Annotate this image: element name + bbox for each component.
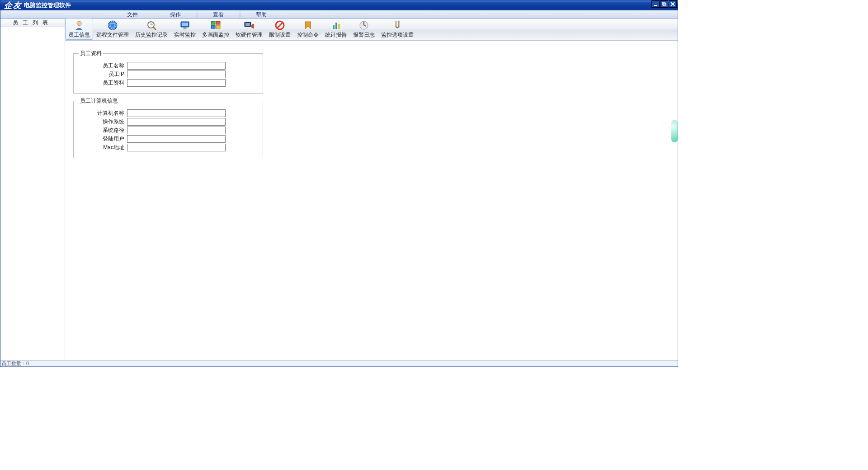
monitor-icon: [179, 19, 191, 31]
input-syspath[interactable]: [127, 127, 226, 134]
group-employee-legend: 员工资料: [79, 50, 103, 57]
label-emp-info: 员工资料: [77, 79, 127, 87]
hardware-icon: [243, 19, 255, 31]
label-os: 操作系统: [77, 118, 127, 126]
menu-file[interactable]: 文件: [118, 11, 147, 19]
alarm-icon: [358, 19, 370, 31]
svg-rect-26: [335, 23, 337, 29]
menu-help[interactable]: 帮助: [247, 11, 276, 19]
toolbar-label: 限制设置: [269, 32, 291, 38]
toolbar-settings[interactable]: 监控选项设置: [378, 18, 417, 40]
content-area: 员工资料 员工名称 员工IP 员工资料 员工计算机信息: [65, 41, 678, 360]
globe-icon: [107, 19, 118, 31]
input-os[interactable]: [127, 118, 226, 126]
history-icon: [146, 19, 157, 31]
toolbar-remote-file[interactable]: 远程文件管理: [93, 18, 132, 40]
toolbar-label: 统计报告: [325, 32, 347, 38]
toolbar-hw-sw[interactable]: 软硬件管理: [232, 18, 266, 40]
statusbar: 员工数量：0: [0, 360, 678, 367]
input-emp-info[interactable]: [127, 79, 226, 87]
menubar: 文件 | 操作 | 查看 | 帮助: [0, 10, 678, 19]
label-loginuser: 登陆用户: [77, 135, 127, 143]
svg-rect-27: [338, 24, 340, 29]
toolbar-label: 实时监控: [174, 32, 196, 38]
settings-icon: [392, 19, 403, 31]
svg-rect-25: [333, 25, 335, 29]
toolbar-label: 监控选项设置: [381, 32, 414, 38]
group-computer-legend: 员工计算机信息: [79, 97, 119, 105]
label-hostname: 计算机名称: [77, 109, 127, 117]
input-emp-ip[interactable]: [127, 70, 226, 78]
group-employee: 员工资料 员工名称 员工IP 员工资料: [73, 50, 263, 94]
toolbar-label: 报警日志: [353, 32, 375, 38]
svg-rect-20: [216, 25, 220, 28]
label-syspath: 系统路径: [77, 127, 127, 134]
toolbar-label: 员工信息: [68, 32, 90, 38]
command-icon: [302, 19, 314, 31]
toolbar-report[interactable]: 统计报告: [322, 18, 350, 40]
svg-rect-14: [182, 23, 188, 26]
app-logo: 企友 电脑监控管理软件: [3, 0, 71, 10]
toolbar-label: 远程文件管理: [96, 32, 129, 38]
multiview-icon: [210, 19, 222, 31]
input-emp-name[interactable]: [127, 62, 226, 70]
svg-rect-19: [211, 25, 215, 28]
main-column: 员工信息 远程文件管理 历史监控记录: [65, 19, 678, 360]
body: 员工列表 员工信息 远程文件管理: [0, 19, 678, 360]
input-mac[interactable]: [127, 144, 226, 151]
toolbar-multiview[interactable]: 多画面监控: [199, 18, 232, 40]
toolbar-alarm[interactable]: 报警日志: [350, 18, 378, 40]
user-icon: [73, 19, 85, 31]
toolbar-label: 软硬件管理: [236, 32, 263, 38]
scrollbar-thumb[interactable]: [671, 120, 678, 142]
svg-point-6: [108, 21, 117, 30]
toolbar-command[interactable]: 控制命令: [294, 18, 322, 40]
svg-line-10: [153, 27, 156, 30]
input-hostname[interactable]: [127, 109, 226, 117]
group-computer: 员工计算机信息 计算机名称 操作系统 系统路径 登陆用户: [73, 97, 263, 158]
sidebar: 员工列表: [0, 19, 65, 360]
svg-rect-1: [662, 2, 665, 5]
svg-rect-2: [663, 3, 666, 6]
toolbar-restrict[interactable]: 限制设置: [266, 18, 294, 40]
employee-list[interactable]: [0, 27, 65, 360]
svg-rect-15: [184, 28, 186, 28]
close-button[interactable]: [669, 0, 677, 8]
toolbar-history[interactable]: 历史监控记录: [132, 18, 171, 40]
svg-rect-22: [245, 23, 250, 26]
svg-point-5: [77, 21, 81, 26]
sidebar-header: 员工列表: [0, 19, 65, 27]
status-text: 员工数量：0: [1, 361, 29, 367]
app-subtitle: 电脑监控管理软件: [24, 1, 71, 9]
report-icon: [330, 19, 342, 31]
toolbar: 员工信息 远程文件管理 历史监控记录: [65, 19, 678, 41]
svg-rect-16: [183, 28, 187, 29]
minimize-button[interactable]: [651, 0, 660, 8]
label-emp-ip: 员工IP: [77, 70, 127, 78]
app-window: 企友 电脑监控管理软件 文件 | 操作 | 查看 | 帮助 员工列表: [0, 0, 678, 367]
menu-view[interactable]: 查看: [204, 11, 233, 19]
label-emp-name: 员工名称: [77, 62, 127, 70]
menu-operate[interactable]: 操作: [161, 11, 190, 19]
svg-rect-18: [216, 21, 220, 24]
toolbar-label: 多画面监控: [202, 32, 229, 38]
toolbar-label: 控制命令: [297, 32, 319, 38]
forbid-icon: [274, 19, 286, 31]
maximize-button[interactable]: [660, 0, 668, 8]
toolbar-employee-info[interactable]: 员工信息: [65, 18, 93, 40]
logo-text: 企友: [4, 0, 22, 11]
toolbar-realtime[interactable]: 实时监控: [171, 18, 199, 40]
window-controls: [651, 0, 677, 10]
label-mac: Mac地址: [77, 144, 127, 151]
input-loginuser[interactable]: [127, 135, 226, 143]
svg-line-24: [277, 23, 283, 28]
toolbar-label: 历史监控记录: [135, 32, 168, 38]
titlebar: 企友 电脑监控管理软件: [0, 0, 678, 10]
svg-rect-17: [211, 21, 215, 24]
